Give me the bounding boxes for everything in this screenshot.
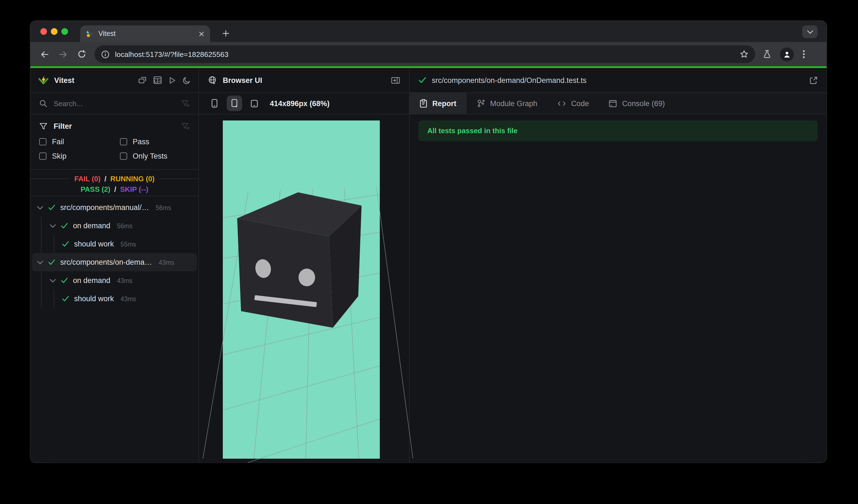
device-tablet-icon[interactable] <box>247 96 262 111</box>
desktop-background: Vitest <box>0 0 858 504</box>
clear-filter-icon[interactable] <box>181 99 190 108</box>
tab-strip: Vitest <box>30 21 826 42</box>
dashboard-icon[interactable] <box>153 76 162 84</box>
dock-panel-icon[interactable] <box>391 76 400 84</box>
collapse-panels-icon[interactable] <box>138 76 147 84</box>
experiments-flask-icon[interactable] <box>763 50 771 59</box>
browser-ui-title: Browser UI <box>223 76 262 84</box>
reload-button[interactable] <box>73 50 91 59</box>
tree-row-file-selected[interactable]: src/components/on-dema… 43ms <box>32 253 197 271</box>
pass-check-icon <box>61 223 68 229</box>
pass-check-icon <box>61 277 68 283</box>
minimize-window-button[interactable] <box>51 28 58 35</box>
device-phone-icon[interactable] <box>207 96 222 111</box>
back-button[interactable] <box>35 50 54 58</box>
test-summary: FAIL (0) / RUNNING (0) PASS (2) / SKIP (… <box>30 170 198 196</box>
forward-button[interactable] <box>54 50 73 58</box>
vitest-ui: Vitest <box>30 68 826 462</box>
sidebar: Vitest <box>30 68 199 462</box>
module-graph-icon <box>476 99 485 108</box>
profile-avatar[interactable] <box>780 47 794 61</box>
pass-check-icon <box>48 205 55 211</box>
vitest-favicon-icon <box>86 30 94 38</box>
running-count: RUNNING (0) <box>110 175 155 183</box>
sidebar-header: Vitest <box>30 68 198 93</box>
device-toolbar: 414x896px (68%) <box>199 93 409 114</box>
indent-guide <box>41 217 42 235</box>
chevron-down-icon[interactable] <box>50 278 56 283</box>
tree-row-suite[interactable]: on demand 43ms <box>32 271 197 290</box>
globe-icon <box>208 76 217 84</box>
pass-check-icon <box>62 241 69 247</box>
bookmark-star-icon[interactable] <box>740 50 749 59</box>
device-phone-plus-button-selected[interactable] <box>227 96 242 111</box>
pass-check-icon <box>418 77 426 83</box>
filter-title: Filter <box>54 122 72 130</box>
dark-mode-moon-icon[interactable] <box>182 76 191 84</box>
site-info-icon[interactable] <box>101 50 109 58</box>
zoom-window-button[interactable] <box>61 28 68 35</box>
tab-report[interactable]: Report <box>410 93 466 114</box>
tab-search-button[interactable] <box>802 26 817 38</box>
filter-checkbox-fail[interactable]: Fail <box>39 137 120 146</box>
chevron-down-icon[interactable] <box>50 224 56 228</box>
browser-tab[interactable]: Vitest <box>80 26 210 42</box>
indent-guide <box>54 235 54 253</box>
report-clipboard-icon <box>419 99 427 108</box>
tab-close-icon[interactable] <box>198 31 205 37</box>
app-title: Vitest <box>54 76 74 84</box>
search-bar[interactable]: Search... <box>30 93 198 114</box>
chevron-down-icon[interactable] <box>37 205 43 210</box>
test-tree: src/components/manual/… 56ms on demand 5… <box>30 198 198 308</box>
pass-check-icon <box>48 259 55 265</box>
checkbox[interactable] <box>120 152 127 160</box>
pass-count: PASS (2) <box>80 185 110 193</box>
checkbox[interactable] <box>39 138 46 145</box>
fail-count: FAIL (0) <box>74 175 101 183</box>
file-header: src/components/on-demand/OnDemand.test.t… <box>410 68 826 93</box>
open-external-icon[interactable] <box>809 76 817 84</box>
tab-console[interactable]: Console (69) <box>599 93 675 114</box>
browser-ui-panel: Browser UI 414x896px (68%) <box>199 68 410 462</box>
filter-checkbox-skip[interactable]: Skip <box>39 152 120 160</box>
browser-toolbar: localhost:5173/#/?file=1828625563 <box>30 42 826 66</box>
run-all-play-icon[interactable] <box>168 76 176 84</box>
browser-viewport[interactable] <box>223 120 380 459</box>
skip-count: SKIP (--) <box>120 185 148 193</box>
filter-funnel-icon <box>39 122 48 130</box>
file-path: src/components/on-demand/OnDemand.test.t… <box>432 76 587 84</box>
chevron-down-icon[interactable] <box>37 260 43 264</box>
url-text: localhost:5173/#/?file=1828625563 <box>115 50 734 58</box>
menu-dots-icon[interactable] <box>803 50 805 59</box>
checkbox[interactable] <box>120 138 127 145</box>
code-icon <box>557 100 566 107</box>
new-tab-button[interactable] <box>218 26 233 40</box>
tree-row-test[interactable]: should work 55ms <box>32 235 197 253</box>
tree-row-test[interactable]: should work 43ms <box>32 290 197 308</box>
tab-module-graph[interactable]: Module Graph <box>466 93 547 114</box>
close-window-button[interactable] <box>41 28 47 35</box>
vitest-logo-icon <box>38 75 49 85</box>
tab-code[interactable]: Code <box>547 93 599 114</box>
filter-checkbox-pass[interactable]: Pass <box>120 137 190 146</box>
console-icon <box>609 99 617 108</box>
indent-guide <box>41 235 42 253</box>
browser-window: Vitest <box>30 21 826 462</box>
tree-row-file[interactable]: src/components/manual/… 56ms <box>32 198 197 217</box>
checkbox[interactable] <box>39 152 46 160</box>
indent-guide <box>41 290 42 308</box>
url-bar[interactable]: localhost:5173/#/?file=1828625563 <box>95 45 755 63</box>
all-tests-passed-banner: All tests passed in this file <box>418 120 817 141</box>
browser-ui-header: Browser UI <box>199 68 409 93</box>
traffic-lights <box>41 28 68 35</box>
filter-section: Filter Fail Pass Skip Only Tests <box>30 114 198 170</box>
search-placeholder: Search... <box>54 99 175 108</box>
tab-title: Vitest <box>98 30 194 37</box>
viewport-size-label: 414x896px (68%) <box>270 99 330 108</box>
filter-checkbox-only-tests[interactable]: Only Tests <box>120 152 190 160</box>
banner-text: All tests passed in this file <box>427 127 518 135</box>
search-icon <box>39 99 48 108</box>
indent-guide <box>41 271 42 290</box>
clear-filter-icon[interactable] <box>181 122 190 130</box>
tree-row-suite[interactable]: on demand 56ms <box>32 217 197 235</box>
